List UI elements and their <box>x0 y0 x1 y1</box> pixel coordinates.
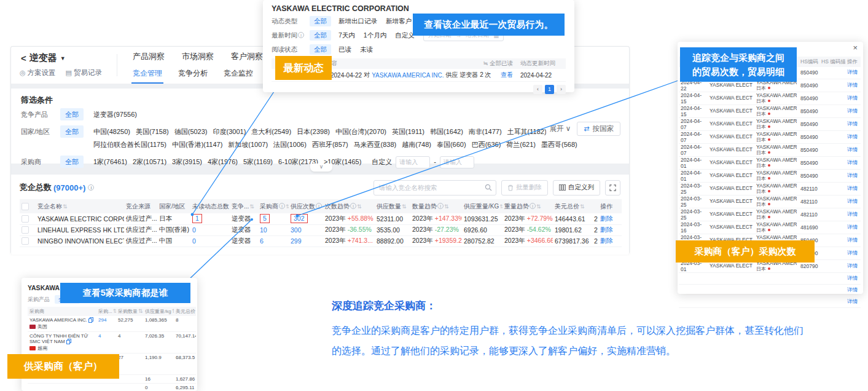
select-all-checkbox[interactable] <box>22 203 29 210</box>
sort-icon[interactable]: ⇅ <box>357 203 362 210</box>
news-company-link[interactable]: YASKAWA AMERICA INC. <box>372 72 444 79</box>
filter-option[interactable]: 2家(10571) <box>133 158 166 165</box>
detail-link[interactable]: 详情 <box>847 250 858 256</box>
filter-option[interactable]: 中国(香港)(1147) <box>172 141 222 148</box>
buyers-col-1[interactable]: 采购...⇅ <box>96 307 116 316</box>
main-tab-0[interactable]: 产品洞察 <box>131 49 166 67</box>
expand-toggle[interactable]: 展开 ∨ <box>550 124 571 133</box>
filter-option[interactable]: 1家(76461) <box>93 158 127 165</box>
filter-option[interactable]: 越南(748) <box>402 141 431 148</box>
buyer-count-value[interactable]: 5 <box>263 215 267 222</box>
detail-link[interactable]: 详情 <box>847 133 858 140</box>
detail-link[interactable]: 详情 <box>847 172 858 178</box>
sub-tab-0[interactable]: 竞企管理 <box>131 67 163 84</box>
news-filter-option[interactable]: 7天内 <box>338 31 355 40</box>
buyer-count-value[interactable]: 6 <box>260 237 264 245</box>
fullscreen-button[interactable] <box>605 180 620 196</box>
row-checkbox[interactable] <box>22 215 29 223</box>
sub-tab-1[interactable]: 竞争分析 <box>177 67 209 84</box>
filter-option[interactable]: 马来西亚(838) <box>354 141 397 148</box>
delete-link[interactable]: 删除 <box>600 215 613 222</box>
main-tab-2[interactable]: 客户洞察 <box>230 49 264 67</box>
col-header-13[interactable]: 美元总价⇅ <box>553 199 592 213</box>
filter-all-chip[interactable]: 全部 <box>60 108 84 120</box>
row-checkbox[interactable] <box>22 237 29 245</box>
sort-icon[interactable]: ⇅ <box>444 203 449 210</box>
filter-option[interactable]: 中国(48250) <box>93 128 130 135</box>
col-header-9[interactable]: 供应数量⇅ <box>375 199 410 213</box>
filter-option[interactable]: 意大利(2549) <box>251 128 291 135</box>
news-filter-option[interactable]: 新增出口记录 <box>338 17 377 26</box>
next-page-button[interactable]: › <box>557 85 566 94</box>
detail-link[interactable]: 详情 <box>847 82 858 88</box>
chevron-down-icon[interactable]: ▼ <box>60 55 66 61</box>
filter-option[interactable]: 泰国(660) <box>437 141 466 148</box>
detail-link[interactable]: 详情 <box>847 263 858 269</box>
news-filter-option[interactable]: 未读 <box>360 45 373 54</box>
sort-icon[interactable]: ⇅ <box>286 203 289 210</box>
filter-option[interactable]: 荷兰(621) <box>506 141 536 148</box>
filter-option[interactable]: 5家(1169) <box>243 158 273 165</box>
filter-option[interactable]: 新加坡(1007) <box>228 141 268 148</box>
col-header-8[interactable]: 次数趋势i⇅ <box>323 199 375 213</box>
filter-all-chip[interactable]: 全部 <box>60 125 84 138</box>
filter-option[interactable]: 美国(7158) <box>136 128 169 135</box>
batch-delete-button[interactable]: 批量删除 <box>501 180 548 196</box>
delete-link[interactable]: 删除 <box>600 237 613 244</box>
news-filter-option[interactable]: 全部 <box>310 44 331 55</box>
prev-page-button[interactable]: ‹ <box>533 85 542 94</box>
unread-count-value[interactable]: 0 <box>192 226 196 234</box>
sort-icon[interactable]: ⇅ <box>580 203 585 210</box>
sort-icon[interactable]: ⇅ <box>249 203 254 210</box>
buyers-col-3[interactable]: 供应重量/kg⇅ <box>143 307 174 316</box>
news-filter-option[interactable]: 1个月内 <box>364 31 386 40</box>
detail-link[interactable]: 详情 <box>847 224 858 230</box>
detail-link[interactable]: 详情 <box>847 286 858 293</box>
detail-link[interactable]: 详情 <box>847 159 858 165</box>
mark-all-read-button[interactable]: ≒ 全部已读 <box>483 60 518 68</box>
filter-option[interactable]: 土耳其(1182) <box>507 128 547 135</box>
news-filter-option[interactable]: 全部 <box>310 30 331 41</box>
sort-icon[interactable]: ⇅ <box>402 203 407 210</box>
times-value[interactable]: 4 <box>98 333 101 339</box>
filter-option[interactable]: 中国(台湾)(2070) <box>335 128 386 135</box>
supply-count-value[interactable]: 302 <box>294 215 305 222</box>
sort-icon[interactable]: ⇅ <box>536 203 541 210</box>
col-header-6[interactable]: 采购商i⇅ <box>258 199 289 213</box>
news-filter-option[interactable]: 自定义 <box>395 31 415 40</box>
detail-link[interactable]: 详情 <box>847 95 858 101</box>
filter-option[interactable]: 西班牙(857) <box>312 141 348 148</box>
supply-count-value[interactable]: 300 <box>291 226 302 234</box>
detail-link[interactable]: 详情 <box>847 298 858 304</box>
custom-columns-button[interactable]: 自定义列 <box>553 180 600 196</box>
filter-option[interactable]: 4家(1976) <box>208 158 238 165</box>
copy-icon[interactable] <box>88 317 92 322</box>
col-header-5[interactable]: 竞争...⇅ <box>230 199 258 213</box>
buyer-count-value[interactable]: 10 <box>260 226 267 234</box>
times-value[interactable]: 294 <box>98 317 106 323</box>
buyers-col-4[interactable]: 美元总价⇅ <box>174 307 196 316</box>
by-country-button[interactable]: ⇄ 按国家 <box>577 122 620 136</box>
filter-option[interactable]: 墨西哥(568) <box>541 141 577 148</box>
detail-link[interactable]: 详情 <box>847 108 858 114</box>
detail-link[interactable]: 详情 <box>847 211 858 217</box>
filter-option[interactable]: 逆变器(97556) <box>93 111 137 118</box>
view-link[interactable]: 查看 <box>501 71 518 79</box>
supply-count-value[interactable]: 299 <box>291 237 302 245</box>
range-max-input[interactable] <box>440 156 474 168</box>
trade-records-button[interactable]: ▤贸易记录 <box>66 68 102 77</box>
filter-option[interactable]: 印度(3001) <box>213 128 246 135</box>
detail-link[interactable]: 详情 <box>847 198 858 204</box>
page-1-button[interactable]: 1 <box>545 85 554 94</box>
main-tab-1[interactable]: 市场洞察 <box>181 49 215 67</box>
filter-option[interactable]: 巴西(636) <box>472 141 501 148</box>
sort-icon[interactable]: ⇅ <box>63 203 68 210</box>
filter-all-chip[interactable]: 全部 <box>60 156 84 168</box>
detail-link[interactable]: 详情 <box>847 275 858 281</box>
filter-option[interactable]: 南非(1477) <box>469 128 502 135</box>
row-checkbox[interactable] <box>22 226 29 234</box>
detail-link[interactable]: 详情 <box>847 185 858 191</box>
sub-tab-2[interactable]: 竞企监控 <box>222 67 254 84</box>
filter-option[interactable]: 英国(1911) <box>392 128 424 135</box>
search-input[interactable] <box>373 180 496 196</box>
